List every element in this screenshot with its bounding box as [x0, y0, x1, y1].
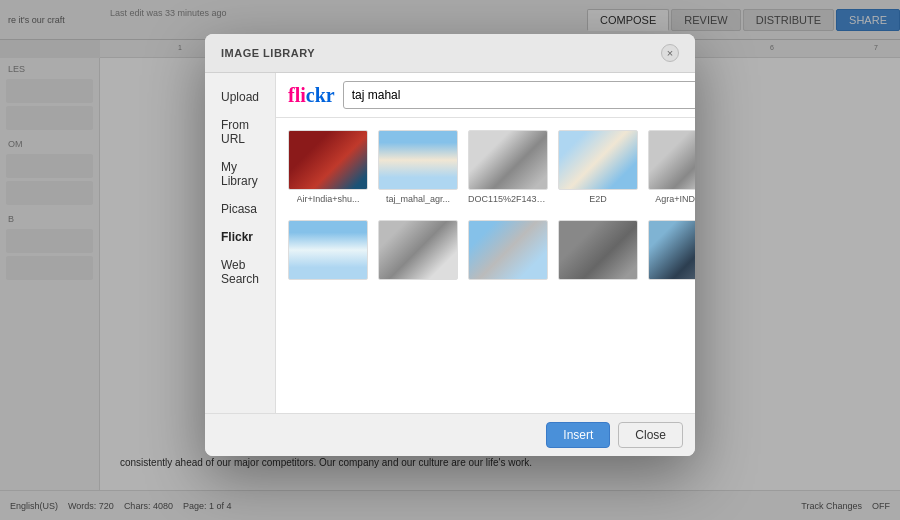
nav-item-web-search[interactable]: Web Search [205, 251, 275, 293]
close-button[interactable]: Close [618, 422, 683, 448]
image-label-5: Agra+IND+-+It... [655, 194, 695, 204]
image-row-2 [288, 220, 695, 280]
image-cell-1[interactable]: Air+India+shu... [288, 130, 368, 204]
image-thumb-3[interactable] [468, 130, 548, 190]
image-row-1: Air+India+shu... taj_mahal_agr... DOC115… [288, 130, 695, 204]
image-cell-11[interactable] [648, 220, 695, 280]
image-label-2: taj_mahal_agr... [386, 194, 450, 204]
nav-item-flickr[interactable]: Flickr [205, 223, 275, 251]
nav-item-upload[interactable]: Upload [205, 83, 275, 111]
image-cell-9[interactable] [468, 220, 548, 280]
modal-overlay: IMAGE LIBRARY × Upload From URL My Libra… [0, 0, 900, 520]
search-bar: flickr ▶ [276, 73, 695, 118]
image-thumb-8[interactable] [378, 220, 458, 280]
dialog-header: IMAGE LIBRARY × [205, 34, 695, 73]
image-label-3: DOC115%2F1430... [468, 194, 548, 204]
dialog-close-button[interactable]: × [661, 44, 679, 62]
image-grid: Air+India+shu... taj_mahal_agr... DOC115… [276, 118, 695, 413]
nav-item-from-url[interactable]: From URL [205, 111, 275, 153]
dialog-footer: Insert Close [205, 413, 695, 456]
image-thumb-1[interactable] [288, 130, 368, 190]
image-thumb-11[interactable] [648, 220, 695, 280]
image-cell-8[interactable] [378, 220, 458, 280]
nav-item-my-library[interactable]: My Library [205, 153, 275, 195]
nav-item-picasa[interactable]: Picasa [205, 195, 275, 223]
flickr-logo: flickr [288, 84, 335, 107]
image-cell-7[interactable] [288, 220, 368, 280]
image-thumb-2[interactable] [378, 130, 458, 190]
image-thumb-10[interactable] [558, 220, 638, 280]
image-thumb-7[interactable] [288, 220, 368, 280]
image-cell-3[interactable]: DOC115%2F1430... [468, 130, 548, 204]
image-thumb-5[interactable] [648, 130, 695, 190]
search-input[interactable] [343, 81, 695, 109]
image-cell-5[interactable]: Agra+IND+-+It... [648, 130, 695, 204]
dialog-body: Upload From URL My Library Picasa Flickr… [205, 73, 695, 413]
image-label-1: Air+India+shu... [297, 194, 360, 204]
image-label-4: E2D [589, 194, 607, 204]
image-thumb-9[interactable] [468, 220, 548, 280]
insert-button[interactable]: Insert [546, 422, 610, 448]
image-cell-2[interactable]: taj_mahal_agr... [378, 130, 458, 204]
dialog-title: IMAGE LIBRARY [221, 47, 315, 59]
image-cell-4[interactable]: E2D [558, 130, 638, 204]
image-library-dialog: IMAGE LIBRARY × Upload From URL My Libra… [205, 34, 695, 456]
image-thumb-4[interactable] [558, 130, 638, 190]
nav-sidebar: Upload From URL My Library Picasa Flickr… [205, 73, 276, 413]
image-cell-10[interactable] [558, 220, 638, 280]
flickr-content-area: flickr ▶ Air+India+shu... [276, 73, 695, 413]
